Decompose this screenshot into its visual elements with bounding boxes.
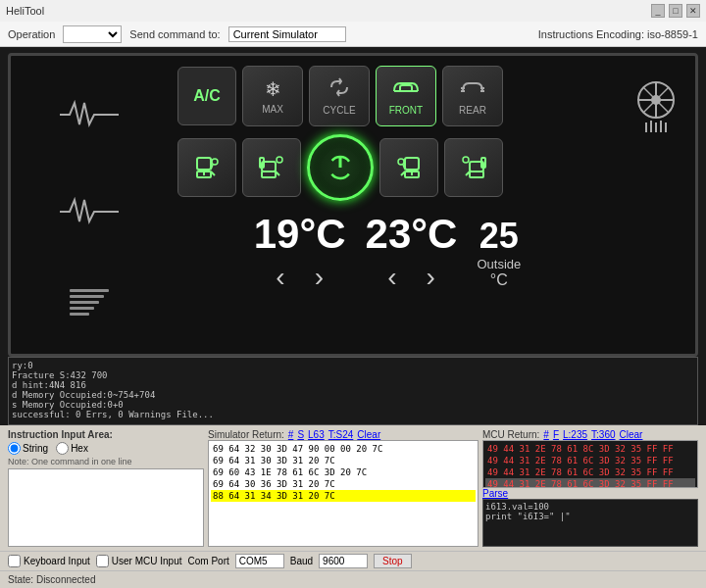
rear-label: REAR (459, 105, 486, 116)
minimize-button[interactable]: _ (651, 4, 665, 18)
svg-rect-26 (470, 172, 483, 177)
mcu-row-0: 49 44 31 2E 78 61 8C 3D 32 35 FF FF (485, 443, 695, 455)
temp-right-value: 23°C (366, 211, 458, 258)
monitor-left-sidebar (11, 56, 168, 354)
seat4-button[interactable] (444, 138, 503, 197)
fan-icon (631, 75, 681, 143)
toolbar: Operation Send command to: Instructions … (0, 22, 706, 47)
sim-row-1: 69 64 31 30 3D 31 20 7C (211, 455, 476, 466)
hex-radio[interactable] (56, 442, 69, 455)
svg-point-34 (651, 95, 661, 105)
log-line: Fracture S:432 700 (12, 370, 694, 380)
sim-link-hash[interactable]: # (288, 429, 294, 440)
temp-right-down-arrow[interactable]: ‹ (387, 262, 396, 293)
sim-row-3: 69 64 30 36 3D 31 20 7C (211, 478, 476, 490)
waveform-icon (60, 95, 119, 134)
sim-row-2: 69 60 43 1E 78 61 6C 3D 20 7C (211, 466, 476, 478)
hex-radio-label: Hex (71, 443, 88, 454)
sim-link-ts24[interactable]: T:S24 (328, 429, 354, 440)
user-mcu-label: User MCU Input (112, 556, 182, 566)
outside-unit: °C (490, 271, 508, 289)
simulator-output-box: 69 64 32 30 3D 47 90 00 00 20 7C 69 64 3… (208, 440, 479, 547)
svg-point-15 (277, 157, 282, 163)
rear-icon (461, 77, 484, 102)
baud-input[interactable] (319, 554, 368, 568)
user-mcu-checkbox[interactable] (96, 555, 109, 567)
user-mcu-checkbox-label: User MCU Input (96, 555, 182, 567)
temp-right-up-arrow[interactable]: › (427, 262, 435, 293)
input-type-radio-group: String Hex (8, 442, 204, 455)
stop-button[interactable]: Stop (374, 554, 412, 568)
cycle-button[interactable]: CYCLE (309, 66, 370, 126)
maximize-button[interactable]: □ (669, 4, 682, 18)
operation-dropdown[interactable] (63, 25, 122, 43)
baud-label: Baud (290, 556, 313, 566)
front-button[interactable]: FRONT (376, 66, 436, 126)
window-controls: _ □ ✕ (651, 4, 700, 18)
mcu-row-2: 49 44 31 2E 78 61 6C 3D 32 35 FF FF (485, 466, 695, 478)
cycle-icon (328, 77, 351, 102)
mcu-output-box: 49 44 31 2E 78 61 8C 3D 32 35 FF FF 49 4… (482, 440, 698, 488)
sim-row-0: 69 64 32 30 3D 47 90 00 00 20 7C (211, 443, 476, 455)
log-line: d Memory Occupied:0~754+704 (12, 390, 694, 400)
max-button[interactable]: ❄ MAX (242, 66, 303, 126)
temp-right-arrows: ‹ › (387, 262, 435, 293)
sim-clear-link[interactable]: Clear (357, 429, 380, 440)
mcu-link-hash[interactable]: # (543, 429, 549, 440)
instruction-input-panel: Instruction Input Area: String Hex Note:… (8, 429, 204, 547)
close-button[interactable]: ✕ (686, 4, 700, 18)
ac-button[interactable]: A/C (177, 67, 236, 125)
sim-row-4: 88 64 31 34 3D 31 20 7C (211, 490, 476, 502)
instruction-textarea[interactable] (8, 468, 204, 547)
window-chrome: HeliTool _ □ ✕ (0, 0, 706, 22)
ac-main-panel: A/C ❄ MAX (168, 56, 617, 354)
log-line: ry:0 (12, 361, 694, 370)
monitor-right-panel (617, 56, 695, 354)
svg-rect-13 (262, 172, 276, 177)
cycle-label: CYCLE (323, 105, 355, 116)
svg-point-9 (212, 159, 218, 165)
bottom-panel: Instruction Input Area: String Hex Note:… (0, 425, 706, 551)
code-line-1: print "i6I3=" |" (485, 512, 695, 521)
keyboard-input-label: Keyboard Input (24, 556, 90, 566)
svg-point-28 (463, 157, 469, 163)
note-text: Note: One command in one line (8, 457, 204, 466)
front-icon (392, 77, 420, 102)
lines-icon (70, 289, 109, 316)
keyboard-input-checkbox-label: Keyboard Input (8, 555, 90, 567)
seat2-button[interactable] (242, 138, 301, 197)
outside-label: Outside (477, 257, 521, 271)
outside-temp-block: 25 Outside °C (477, 216, 530, 289)
sim-link-l63[interactable]: L63 (308, 429, 325, 440)
parse-button[interactable]: Parse (482, 488, 698, 499)
power-button[interactable] (307, 134, 374, 201)
temp-left-down-arrow[interactable]: ‹ (276, 262, 284, 293)
rear-button[interactable]: REAR (442, 66, 503, 126)
string-radio[interactable] (8, 442, 21, 455)
disconnected-status: State: Disconnected (8, 574, 96, 585)
temp-left-arrows: ‹ › (276, 262, 324, 293)
temp-left-up-arrow[interactable]: › (315, 262, 324, 293)
hex-radio-option[interactable]: Hex (56, 442, 88, 455)
seat1-button[interactable] (177, 138, 236, 197)
sim-link-s[interactable]: S (297, 429, 304, 440)
front-label: FRONT (389, 105, 423, 116)
mcu-clear-link[interactable]: Clear (620, 429, 643, 440)
status-bar: State: Disconnected (0, 570, 706, 588)
com-port-input[interactable] (235, 554, 284, 568)
seat3-button[interactable] (379, 138, 438, 197)
temp-left-value: 19°C (254, 211, 346, 258)
operation-label: Operation (8, 28, 55, 40)
simulator-return-panel: Simulator Return: # S L63 T:S24 Clear 69… (208, 429, 479, 547)
com-port-label: Com Port (188, 556, 229, 566)
mcu-link-t360[interactable]: T:360 (591, 429, 615, 440)
svg-rect-5 (197, 158, 211, 170)
mcu-link-f[interactable]: F (553, 429, 559, 440)
send-target-input[interactable] (228, 26, 346, 42)
string-radio-option[interactable]: String (8, 442, 48, 455)
keyboard-input-checkbox[interactable] (8, 555, 21, 567)
mcu-row-1: 49 44 31 2E 78 61 6C 3D 32 35 FF FF (485, 455, 695, 466)
max-label: MAX (262, 104, 283, 115)
ac-button-row-2 (177, 134, 607, 201)
mcu-link-l235[interactable]: L:235 (563, 429, 587, 440)
